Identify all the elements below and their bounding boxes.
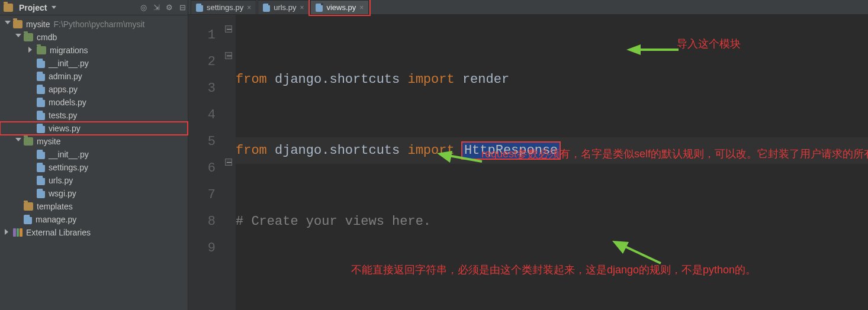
tree-item-urls-py[interactable]: urls.py	[0, 174, 188, 187]
code-line: from django.shortcuts import render	[236, 66, 868, 93]
line-number: 2	[188, 49, 216, 75]
gear-icon[interactable]: ⚙	[164, 2, 175, 13]
tree-item-label: __init__.py	[49, 150, 89, 159]
tree-item-label: External Libraries	[26, 228, 91, 237]
python-file-icon	[37, 124, 45, 133]
python-file-icon	[37, 98, 45, 107]
tree-item-label: admin.py	[49, 72, 82, 81]
tab-urls-py[interactable]: urls.py×	[258, 0, 309, 14]
library-icon	[13, 228, 22, 237]
tree-item-label: templates	[37, 202, 73, 211]
python-file-icon	[37, 59, 45, 68]
arrow-icon	[626, 43, 680, 56]
tree-item-settings-py[interactable]: settings.py	[0, 161, 188, 174]
python-file-icon	[37, 72, 45, 81]
code-line	[236, 279, 868, 306]
ide-root: Project ◎ ⇲ ⚙ ⊟ mysiteF:\Python\pycharm\…	[0, 0, 868, 310]
python-file-icon	[24, 215, 32, 224]
expand-icon[interactable]: ⇲	[151, 2, 162, 13]
code-area: 123456789 from django.shortcuts import r…	[188, 15, 868, 310]
python-file-icon	[37, 150, 45, 159]
tree-item-templates[interactable]: templates	[0, 200, 188, 213]
tree-item-label: views.py	[49, 124, 81, 133]
fold-marker[interactable]	[225, 52, 232, 59]
python-file-icon	[37, 85, 45, 94]
close-icon[interactable]: ×	[359, 4, 364, 12]
gutter: 123456789	[188, 15, 223, 310]
close-icon[interactable]: ×	[300, 4, 304, 12]
tree-item-label: wsgi.py	[49, 189, 76, 198]
tree-item-label: mysite	[37, 137, 60, 146]
project-sidebar: Project ◎ ⇲ ⚙ ⊟ mysiteF:\Python\pycharm\…	[0, 0, 188, 310]
content-row: Project ◎ ⇲ ⚙ ⊟ mysiteF:\Python\pycharm\…	[0, 0, 868, 310]
project-tree[interactable]: mysiteF:\Python\pycharm\mysitcmdbmigrati…	[0, 15, 188, 239]
tree-item-models-py[interactable]: models.py	[0, 96, 188, 109]
arrow-icon	[437, 151, 483, 167]
code-lines[interactable]: from django.shortcuts import render from…	[236, 15, 868, 310]
tree-item-wsgi-py[interactable]: wsgi.py	[0, 187, 188, 200]
tree-arrow-icon[interactable]	[15, 138, 22, 145]
tree-item-mysite[interactable]: mysite	[0, 135, 188, 148]
chevron-down-icon[interactable]	[52, 6, 56, 9]
sidebar-header: Project ◎ ⇲ ⚙ ⊟	[0, 0, 188, 15]
tree-item-cmdb[interactable]: cmdb	[0, 31, 188, 44]
editor-area: settings.py×urls.py×views.py× 123456789 …	[188, 0, 868, 310]
annotation-import: 导入这个模块	[677, 36, 741, 51]
fold-marker[interactable]	[225, 159, 232, 166]
fold-bar	[223, 15, 236, 310]
close-icon[interactable]: ×	[247, 4, 251, 12]
python-file-icon	[37, 163, 45, 172]
annotation-return: 不能直接返回字符串，必须是由这个类封装起来，这是django的规则，不是pyth…	[351, 262, 860, 277]
project-icon	[4, 4, 13, 12]
python-file-icon	[37, 189, 45, 198]
python-file-icon	[316, 4, 323, 12]
tree-item-migrations[interactable]: migrations	[0, 44, 188, 57]
svg-marker-1	[626, 44, 641, 55]
folder-icon	[24, 202, 33, 211]
line-number: 8	[188, 208, 216, 235]
tree-arrow-icon[interactable]	[5, 21, 12, 28]
tree-item-apps-py[interactable]: apps.py	[0, 83, 188, 96]
line-number: 5	[188, 128, 216, 155]
line-number: 7	[188, 182, 216, 208]
tab-settings-py[interactable]: settings.py×	[191, 0, 256, 14]
python-file-icon	[263, 4, 270, 12]
tree-item-label: manage.py	[36, 215, 76, 224]
tab-label: urls.py	[274, 3, 296, 12]
tree-item-path: F:\Python\pycharm\mysit	[53, 20, 144, 29]
tree-item-mysite[interactable]: mysiteF:\Python\pycharm\mysit	[0, 18, 188, 31]
editor-tab-bar: settings.py×urls.py×views.py×	[188, 0, 868, 15]
tree-item-manage-py[interactable]: manage.py	[0, 213, 188, 226]
svg-marker-3	[437, 151, 452, 163]
folder-icon	[13, 20, 22, 28]
tree-item---init---py[interactable]: __init__.py	[0, 148, 188, 161]
package-icon	[37, 46, 46, 54]
tab-label: views.py	[326, 3, 356, 12]
svg-line-4	[623, 246, 661, 263]
tree-item---init---py[interactable]: __init__.py	[0, 57, 188, 70]
line-number: 1	[188, 22, 216, 49]
package-icon	[24, 137, 33, 146]
target-icon[interactable]: ◎	[138, 2, 149, 13]
tab-views-py[interactable]: views.py×	[310, 0, 369, 14]
tree-item-admin-py[interactable]: admin.py	[0, 70, 188, 83]
tree-item-label: apps.py	[49, 85, 78, 94]
tree-item-tests-py[interactable]: tests.py	[0, 109, 188, 122]
fold-marker[interactable]	[225, 25, 232, 33]
tab-label: settings.py	[207, 3, 243, 12]
tree-item-label: urls.py	[49, 176, 73, 185]
svg-line-2	[449, 156, 482, 162]
code-line: # Create your views here.	[236, 208, 868, 235]
python-file-icon	[37, 176, 45, 185]
tree-item-label: cmdb	[37, 33, 57, 42]
python-file-icon	[196, 4, 203, 12]
collapse-icon[interactable]: ⊟	[177, 2, 188, 13]
tree-item-label: tests.py	[49, 111, 77, 120]
tree-arrow-icon[interactable]	[28, 47, 36, 54]
tree-arrow-icon[interactable]	[5, 229, 12, 236]
arrow-icon	[612, 240, 662, 266]
line-number: 6	[188, 155, 216, 182]
tree-item-External-Libraries[interactable]: External Libraries	[0, 226, 188, 239]
tree-item-views-py[interactable]: views.py	[0, 122, 188, 135]
tree-arrow-icon[interactable]	[15, 34, 22, 41]
